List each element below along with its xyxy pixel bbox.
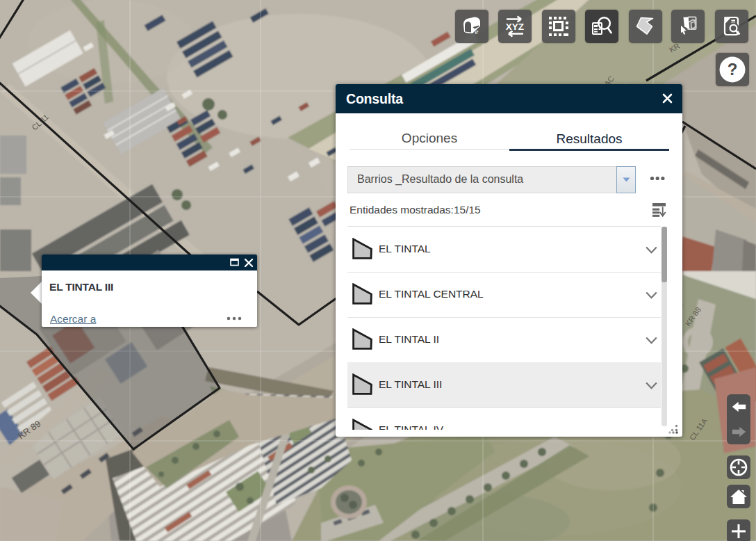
svg-text:e: e [475,27,479,35]
svg-text:XYZ: XYZ [506,22,524,32]
svg-text:?: ? [728,60,738,79]
